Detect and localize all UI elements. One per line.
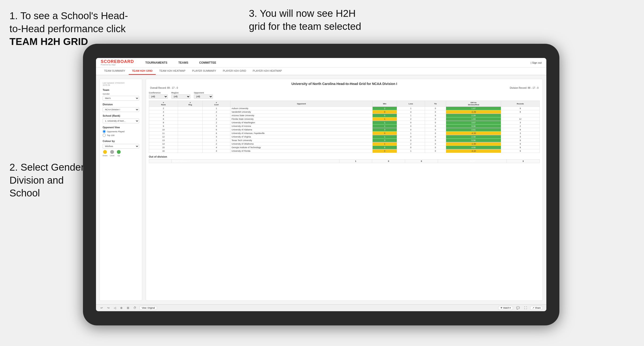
td-tie: 0	[425, 128, 446, 132]
add-btn[interactable]: ⊕	[119, 306, 124, 310]
td-loss: 1	[397, 114, 425, 117]
share-btn[interactable]: ↗ Share	[530, 306, 543, 310]
timestamp: Last Updated: 27/03/2024 16:55:38	[103, 82, 139, 86]
sub-nav-team-h2h-grid[interactable]: TEAM H2H GRID	[129, 67, 156, 75]
td-opponent: Auburn University	[230, 107, 372, 110]
table-row: 15 4 Georgia Institute of Technology 6 0…	[149, 146, 540, 149]
grid-records: Overall Record: 89 - 17 - 0 Division Rec…	[149, 87, 540, 89]
td-win: 0	[372, 110, 397, 114]
td-rank: 6	[149, 117, 178, 121]
td-tie: 0	[425, 132, 446, 135]
school-label: School (Rank)	[103, 114, 139, 117]
td-tie: 0	[425, 135, 446, 139]
watch-btn[interactable]: 👁 Watch ▾	[498, 306, 513, 310]
td-reg	[178, 146, 202, 149]
td-win: 1	[372, 125, 397, 128]
td-diff: 1.67	[446, 107, 501, 110]
td-rank: 15	[149, 146, 178, 149]
table-row: 14 2 University of Oklahoma 1 2 0 -1.00 …	[149, 142, 540, 146]
conference-filter-select[interactable]: (All)	[149, 94, 168, 99]
td-rounds: 3	[501, 132, 540, 135]
ann1-line1: 1. To see a School's Head-	[10, 10, 128, 21]
table-row: 11 6 University of Arkansas, Fayettevill…	[149, 132, 540, 135]
region-filter-select[interactable]: (All)	[171, 94, 190, 99]
bottom-toolbar: ↩ ↪ ◁ ⊕ ⊞ ⏱ View: Original 👁 Watch ▾ 💬 ⛶…	[96, 304, 546, 311]
nav-teams[interactable]: TEAMS	[176, 60, 190, 65]
td-rank: 13	[149, 139, 178, 142]
region-filter-label: Region	[171, 92, 190, 94]
back-btn[interactable]: ◁	[113, 306, 117, 310]
sign-out-link[interactable]: | Sign out	[531, 61, 542, 64]
table-row: 4 1 Arizona State University 5 1 0 2.29	[149, 114, 540, 117]
sub-nav-team-summary[interactable]: TEAM SUMMARY	[101, 67, 129, 75]
td-rounds: 9	[501, 146, 540, 149]
colour-by-dropdown[interactable]: Win/loss	[103, 144, 139, 149]
gender-dropdown[interactable]: Men's	[103, 96, 139, 101]
td-opponent: University of Virginia	[230, 135, 372, 139]
table-row: 9 3 University of Arizona 1 0 0 9.00 2	[149, 125, 540, 128]
td-win: 1	[372, 121, 397, 125]
sub-nav-team-h2h-heatmap[interactable]: TEAM H2H HEATMAP	[156, 67, 189, 75]
td-tie: 0	[425, 110, 446, 114]
annotation-3: 3. You will now see H2H grid for the tea…	[249, 7, 410, 33]
td-diff: 2.29	[446, 114, 501, 117]
school-dropdown[interactable]: 1. University of Nort...	[103, 119, 139, 123]
ann3-line1: 3. You will now see H2H	[249, 8, 356, 19]
td-reg	[178, 121, 202, 125]
colour-by-label: Colour by	[103, 140, 139, 143]
td-reg	[178, 142, 202, 146]
td-diff: -4.33	[446, 132, 501, 135]
table-row: 13 1 Texas Tech University 3 0 0 5.56 9	[149, 139, 540, 142]
nav-committee[interactable]: COMMITTEE	[197, 60, 218, 65]
td-win: 0	[372, 132, 397, 135]
td-diff: 4.50	[446, 146, 501, 149]
td-win: 6	[372, 146, 397, 149]
out-of-division-table: NCAA Division II 1 0 0 26.00 3	[149, 159, 540, 163]
td-rounds: 3	[501, 135, 540, 139]
td-win: 5	[372, 114, 397, 117]
division-dropdown[interactable]: NCAA Division I	[103, 107, 139, 112]
dot-yellow	[103, 150, 107, 154]
division-record: Division Record: 88 - 17 - 0	[510, 87, 538, 89]
td-loss: 0	[397, 135, 425, 139]
undo-btn[interactable]: ↩	[100, 306, 104, 310]
td-rank: 2	[149, 107, 178, 110]
expand-btn[interactable]: ⛶	[523, 306, 528, 310]
td-reg	[178, 107, 202, 110]
dot-up: Up	[117, 150, 121, 157]
td-rank: 3	[149, 110, 178, 114]
td-loss: 0	[397, 125, 425, 128]
td-loss: 2	[397, 142, 425, 146]
nav-tournaments[interactable]: TOURNAMENTS	[144, 60, 169, 65]
redo-btn[interactable]: ↪	[106, 306, 110, 310]
th-rank: #Rank	[149, 101, 178, 107]
grid-panel: University of North Carolina Head-to-Hea…	[146, 79, 543, 301]
td-conf: 3	[203, 135, 230, 139]
view-original-label: View: Original	[142, 307, 155, 309]
td-rounds: 9	[501, 149, 540, 153]
td-win: 2	[372, 107, 397, 110]
td-conf: 4	[203, 146, 230, 149]
sub-nav-player-h2h-heatmap[interactable]: PLAYER H2H HEATMAP	[249, 67, 285, 75]
td-conf: 1	[203, 139, 230, 142]
th-win: Win	[372, 101, 397, 107]
sub-nav-player-h2h-grid[interactable]: PLAYER H2H GRID	[220, 67, 249, 75]
opponent-filter-select[interactable]: (All)	[194, 94, 213, 99]
td-conf: 2	[203, 110, 230, 114]
td-opponent: Florida State University	[230, 117, 372, 121]
conference-filter-label: Conference	[149, 92, 168, 94]
td-reg	[178, 135, 202, 139]
td-rounds: 9	[501, 142, 540, 146]
view-original-btn[interactable]: View: Original	[140, 306, 157, 310]
clock-btn[interactable]: ⏱	[132, 306, 137, 310]
th-rounds: Rounds	[501, 101, 540, 107]
td-win: 3	[372, 128, 397, 132]
td-rounds: 2	[501, 125, 540, 128]
grid-btn[interactable]: ⊞	[126, 306, 130, 310]
td-rank: 8	[149, 121, 178, 125]
annotation-1: 1. To see a School's Head- to-Head perfo…	[10, 9, 133, 48]
table-row: 16 3 University of Florida 3 1 0 -4.42 9	[149, 149, 540, 153]
comment-btn[interactable]: 💬	[515, 306, 521, 310]
td-tie: 0	[425, 121, 446, 125]
sub-nav-player-summary[interactable]: PLAYER SUMMARY	[189, 67, 220, 75]
